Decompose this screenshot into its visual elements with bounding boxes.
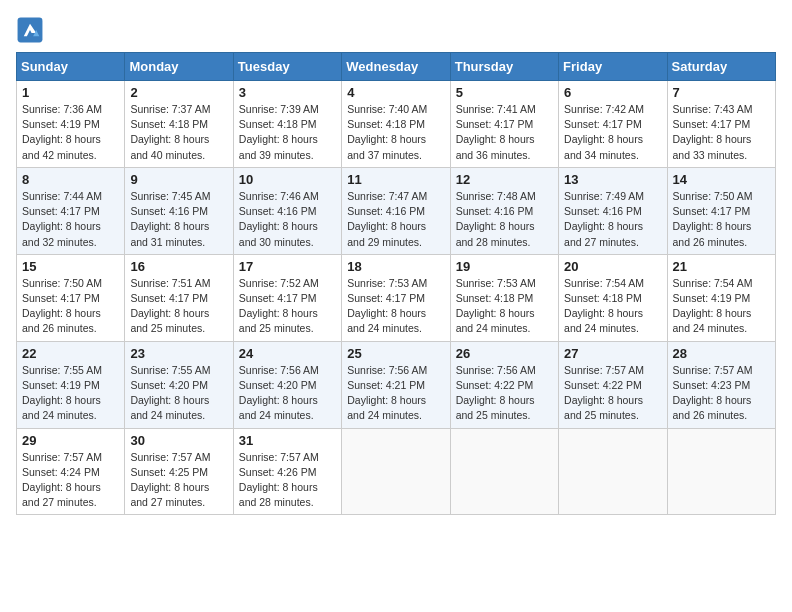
day-info: Sunrise: 7:47 AMSunset: 4:16 PMDaylight:… — [347, 189, 444, 250]
page-header — [16, 16, 776, 44]
week-row-1: 1Sunrise: 7:36 AMSunset: 4:19 PMDaylight… — [17, 81, 776, 168]
day-info: Sunrise: 7:44 AMSunset: 4:17 PMDaylight:… — [22, 189, 119, 250]
day-number: 19 — [456, 259, 553, 274]
calendar-table: SundayMondayTuesdayWednesdayThursdayFrid… — [16, 52, 776, 515]
day-number: 6 — [564, 85, 661, 100]
header-row: SundayMondayTuesdayWednesdayThursdayFrid… — [17, 53, 776, 81]
week-row-4: 22Sunrise: 7:55 AMSunset: 4:19 PMDayligh… — [17, 341, 776, 428]
logo — [16, 16, 46, 44]
day-info: Sunrise: 7:41 AMSunset: 4:17 PMDaylight:… — [456, 102, 553, 163]
day-number: 5 — [456, 85, 553, 100]
day-number: 29 — [22, 433, 119, 448]
day-info: Sunrise: 7:56 AMSunset: 4:20 PMDaylight:… — [239, 363, 336, 424]
calendar-cell: 26Sunrise: 7:56 AMSunset: 4:22 PMDayligh… — [450, 341, 558, 428]
calendar-cell — [667, 428, 775, 515]
calendar-cell — [559, 428, 667, 515]
calendar-cell — [450, 428, 558, 515]
calendar-cell: 21Sunrise: 7:54 AMSunset: 4:19 PMDayligh… — [667, 254, 775, 341]
day-number: 11 — [347, 172, 444, 187]
calendar-cell: 3Sunrise: 7:39 AMSunset: 4:18 PMDaylight… — [233, 81, 341, 168]
day-info: Sunrise: 7:57 AMSunset: 4:23 PMDaylight:… — [673, 363, 770, 424]
week-row-2: 8Sunrise: 7:44 AMSunset: 4:17 PMDaylight… — [17, 167, 776, 254]
col-header-saturday: Saturday — [667, 53, 775, 81]
day-info: Sunrise: 7:50 AMSunset: 4:17 PMDaylight:… — [22, 276, 119, 337]
day-info: Sunrise: 7:53 AMSunset: 4:17 PMDaylight:… — [347, 276, 444, 337]
calendar-cell: 4Sunrise: 7:40 AMSunset: 4:18 PMDaylight… — [342, 81, 450, 168]
day-number: 9 — [130, 172, 227, 187]
day-info: Sunrise: 7:46 AMSunset: 4:16 PMDaylight:… — [239, 189, 336, 250]
calendar-cell: 1Sunrise: 7:36 AMSunset: 4:19 PMDaylight… — [17, 81, 125, 168]
calendar-cell: 6Sunrise: 7:42 AMSunset: 4:17 PMDaylight… — [559, 81, 667, 168]
day-number: 28 — [673, 346, 770, 361]
calendar-cell: 30Sunrise: 7:57 AMSunset: 4:25 PMDayligh… — [125, 428, 233, 515]
day-number: 3 — [239, 85, 336, 100]
calendar-cell: 15Sunrise: 7:50 AMSunset: 4:17 PMDayligh… — [17, 254, 125, 341]
day-number: 22 — [22, 346, 119, 361]
calendar-cell: 28Sunrise: 7:57 AMSunset: 4:23 PMDayligh… — [667, 341, 775, 428]
calendar-cell: 24Sunrise: 7:56 AMSunset: 4:20 PMDayligh… — [233, 341, 341, 428]
day-number: 15 — [22, 259, 119, 274]
col-header-tuesday: Tuesday — [233, 53, 341, 81]
calendar-cell: 8Sunrise: 7:44 AMSunset: 4:17 PMDaylight… — [17, 167, 125, 254]
day-info: Sunrise: 7:56 AMSunset: 4:21 PMDaylight:… — [347, 363, 444, 424]
calendar-cell: 25Sunrise: 7:56 AMSunset: 4:21 PMDayligh… — [342, 341, 450, 428]
calendar-cell: 22Sunrise: 7:55 AMSunset: 4:19 PMDayligh… — [17, 341, 125, 428]
day-info: Sunrise: 7:57 AMSunset: 4:26 PMDaylight:… — [239, 450, 336, 511]
day-info: Sunrise: 7:57 AMSunset: 4:25 PMDaylight:… — [130, 450, 227, 511]
calendar-cell: 14Sunrise: 7:50 AMSunset: 4:17 PMDayligh… — [667, 167, 775, 254]
calendar-cell: 18Sunrise: 7:53 AMSunset: 4:17 PMDayligh… — [342, 254, 450, 341]
calendar-cell: 9Sunrise: 7:45 AMSunset: 4:16 PMDaylight… — [125, 167, 233, 254]
day-number: 21 — [673, 259, 770, 274]
day-number: 26 — [456, 346, 553, 361]
week-row-3: 15Sunrise: 7:50 AMSunset: 4:17 PMDayligh… — [17, 254, 776, 341]
col-header-friday: Friday — [559, 53, 667, 81]
day-number: 12 — [456, 172, 553, 187]
day-info: Sunrise: 7:55 AMSunset: 4:19 PMDaylight:… — [22, 363, 119, 424]
day-info: Sunrise: 7:51 AMSunset: 4:17 PMDaylight:… — [130, 276, 227, 337]
day-number: 2 — [130, 85, 227, 100]
day-number: 10 — [239, 172, 336, 187]
week-row-5: 29Sunrise: 7:57 AMSunset: 4:24 PMDayligh… — [17, 428, 776, 515]
day-info: Sunrise: 7:56 AMSunset: 4:22 PMDaylight:… — [456, 363, 553, 424]
logo-icon — [16, 16, 44, 44]
col-header-sunday: Sunday — [17, 53, 125, 81]
calendar-cell: 20Sunrise: 7:54 AMSunset: 4:18 PMDayligh… — [559, 254, 667, 341]
day-info: Sunrise: 7:48 AMSunset: 4:16 PMDaylight:… — [456, 189, 553, 250]
calendar-cell: 2Sunrise: 7:37 AMSunset: 4:18 PMDaylight… — [125, 81, 233, 168]
day-info: Sunrise: 7:42 AMSunset: 4:17 PMDaylight:… — [564, 102, 661, 163]
col-header-thursday: Thursday — [450, 53, 558, 81]
day-info: Sunrise: 7:55 AMSunset: 4:20 PMDaylight:… — [130, 363, 227, 424]
day-number: 17 — [239, 259, 336, 274]
day-number: 27 — [564, 346, 661, 361]
calendar-cell: 31Sunrise: 7:57 AMSunset: 4:26 PMDayligh… — [233, 428, 341, 515]
day-info: Sunrise: 7:53 AMSunset: 4:18 PMDaylight:… — [456, 276, 553, 337]
day-number: 13 — [564, 172, 661, 187]
day-info: Sunrise: 7:50 AMSunset: 4:17 PMDaylight:… — [673, 189, 770, 250]
calendar-cell: 29Sunrise: 7:57 AMSunset: 4:24 PMDayligh… — [17, 428, 125, 515]
day-info: Sunrise: 7:43 AMSunset: 4:17 PMDaylight:… — [673, 102, 770, 163]
day-info: Sunrise: 7:45 AMSunset: 4:16 PMDaylight:… — [130, 189, 227, 250]
day-number: 8 — [22, 172, 119, 187]
day-number: 30 — [130, 433, 227, 448]
day-info: Sunrise: 7:54 AMSunset: 4:18 PMDaylight:… — [564, 276, 661, 337]
day-number: 4 — [347, 85, 444, 100]
day-info: Sunrise: 7:36 AMSunset: 4:19 PMDaylight:… — [22, 102, 119, 163]
day-number: 31 — [239, 433, 336, 448]
day-info: Sunrise: 7:40 AMSunset: 4:18 PMDaylight:… — [347, 102, 444, 163]
calendar-cell: 7Sunrise: 7:43 AMSunset: 4:17 PMDaylight… — [667, 81, 775, 168]
col-header-wednesday: Wednesday — [342, 53, 450, 81]
day-info: Sunrise: 7:37 AMSunset: 4:18 PMDaylight:… — [130, 102, 227, 163]
day-number: 16 — [130, 259, 227, 274]
day-info: Sunrise: 7:57 AMSunset: 4:22 PMDaylight:… — [564, 363, 661, 424]
day-number: 25 — [347, 346, 444, 361]
day-number: 18 — [347, 259, 444, 274]
day-number: 24 — [239, 346, 336, 361]
calendar-cell: 5Sunrise: 7:41 AMSunset: 4:17 PMDaylight… — [450, 81, 558, 168]
calendar-cell: 12Sunrise: 7:48 AMSunset: 4:16 PMDayligh… — [450, 167, 558, 254]
calendar-cell — [342, 428, 450, 515]
day-number: 7 — [673, 85, 770, 100]
calendar-cell: 27Sunrise: 7:57 AMSunset: 4:22 PMDayligh… — [559, 341, 667, 428]
day-number: 14 — [673, 172, 770, 187]
calendar-cell: 10Sunrise: 7:46 AMSunset: 4:16 PMDayligh… — [233, 167, 341, 254]
col-header-monday: Monday — [125, 53, 233, 81]
